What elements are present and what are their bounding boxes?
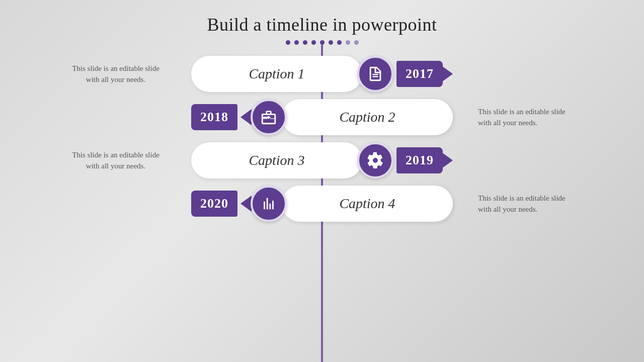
pill-2: Caption 2 xyxy=(282,99,453,135)
row-1-content: This slide is an editable slide with all… xyxy=(191,56,453,92)
dot-3 xyxy=(303,40,307,45)
year-badge-1: 2017 xyxy=(396,61,443,87)
arrow-right-3 xyxy=(442,152,453,168)
dot-8 xyxy=(346,40,350,45)
caption-3: Caption 3 xyxy=(249,152,304,168)
year-badge-4: 2020 xyxy=(191,191,237,217)
document-icon xyxy=(367,65,384,82)
dot-9 xyxy=(354,40,359,45)
dot-2 xyxy=(294,40,299,45)
side-text-2: This slide is an editable slide with all… xyxy=(478,106,579,129)
year-connector-1: 2017 xyxy=(393,61,453,87)
arrow-left-4 xyxy=(240,196,252,212)
side-text-4: This slide is an editable slide with all… xyxy=(478,193,579,215)
timeline-container: This slide is an editable slide with all… xyxy=(0,45,644,362)
year-badge-2: 2018 xyxy=(191,104,237,130)
timeline-row-1: This slide is an editable slide with all… xyxy=(0,56,644,92)
circle-icon-2 xyxy=(251,99,287,135)
row-3-content: This slide is an editable slide with all… xyxy=(191,142,453,178)
side-text-3: This slide is an editable slide with all… xyxy=(65,149,166,172)
svg-rect-0 xyxy=(267,117,270,118)
side-text-1: This slide is an editable slide with all… xyxy=(65,63,166,85)
caption-1: Caption 1 xyxy=(249,66,304,82)
dot-6 xyxy=(329,40,333,45)
timeline-row-2: 2018 Caption 2 This slide is an editable… xyxy=(0,99,644,135)
page-title: Build a timeline in powerpoint xyxy=(207,14,437,35)
year-connector-3: 2019 xyxy=(393,147,453,173)
row-4-content: 2020 Caption 4 This slide is an editable… xyxy=(191,186,453,222)
arrow-left-2 xyxy=(240,109,252,125)
arrow-right-1 xyxy=(442,66,453,82)
dot-5 xyxy=(320,40,325,45)
year-badge-3: 2019 xyxy=(396,147,443,173)
circle-icon-1 xyxy=(357,56,393,92)
timeline-row-4: 2020 Caption 4 This slide is an editable… xyxy=(0,186,644,222)
dot-7 xyxy=(337,40,342,45)
caption-4: Caption 4 xyxy=(339,196,395,212)
gear-icon xyxy=(367,152,384,169)
row-2-content: 2018 Caption 2 This slide is an editable… xyxy=(191,99,453,135)
dot-1 xyxy=(286,40,290,45)
year-1: 2017 xyxy=(406,66,434,81)
decorative-dots xyxy=(286,40,359,45)
chart-icon xyxy=(260,195,277,212)
caption-2: Caption 2 xyxy=(339,109,395,125)
year-4: 2020 xyxy=(200,196,228,211)
briefcase-icon xyxy=(260,109,277,126)
year-connector-4: 2020 xyxy=(191,191,251,217)
year-3: 2019 xyxy=(406,153,434,168)
circle-icon-4 xyxy=(251,186,287,222)
timeline-row-3: This slide is an editable slide with all… xyxy=(0,142,644,178)
pill-4: Caption 4 xyxy=(282,186,453,222)
pill-1: Caption 1 xyxy=(191,56,362,92)
circle-icon-3 xyxy=(357,142,393,178)
year-connector-2: 2018 xyxy=(191,104,251,130)
dot-4 xyxy=(311,40,316,45)
pill-3: Caption 3 xyxy=(191,142,362,178)
year-2: 2018 xyxy=(200,110,228,125)
